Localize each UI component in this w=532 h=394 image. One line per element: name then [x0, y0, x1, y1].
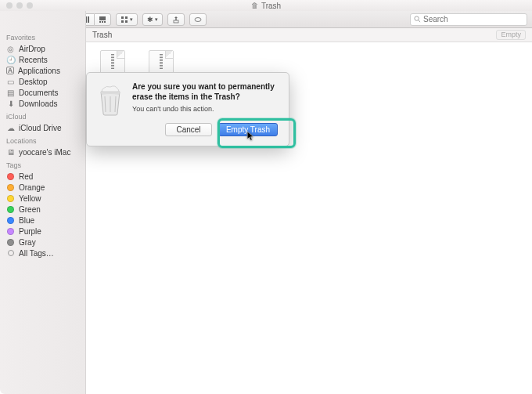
svg-rect-12	[102, 21, 103, 23]
sidebar-item-green[interactable]: Green	[0, 204, 85, 215]
sidebar-item-label: Downloads	[19, 99, 57, 108]
sidebar-item-downloads[interactable]: ⬇Downloads	[0, 98, 85, 109]
svg-point-20	[415, 16, 419, 20]
recents-icon: 🕘	[6, 56, 15, 64]
svg-rect-17	[125, 20, 128, 23]
tag-dot-icon	[7, 195, 14, 202]
window-titlebar: 🗑 Trash	[0, 0, 532, 11]
desktop-icon: ▭	[6, 78, 15, 86]
search-icon	[414, 16, 421, 23]
tag-dot-icon	[7, 206, 14, 213]
sidebar-section-title: Favorites	[0, 30, 85, 43]
sidebar-item-label: Documents	[19, 89, 59, 97]
sidebar-item-label: Desktop	[19, 78, 48, 86]
gear-icon: ✱	[147, 16, 153, 23]
svg-rect-13	[104, 21, 106, 23]
share-icon	[172, 16, 180, 23]
sidebar-item-label: Purple	[19, 227, 41, 236]
tag-dot-icon	[7, 173, 14, 180]
sidebar-item-label: Red	[19, 172, 33, 181]
sidebar-item-label: Yellow	[19, 194, 41, 203]
airdrop-icon: ◎	[6, 45, 15, 53]
tags-button[interactable]	[189, 13, 207, 26]
sidebar-item-yellow[interactable]: Yellow	[0, 193, 85, 204]
sidebar-item-icloud-drive[interactable]: ☁iCloud Drive	[0, 122, 85, 133]
sidebar-section-title: Tags	[0, 157, 85, 171]
sidebar-item-label: Orange	[19, 183, 45, 192]
tag-dot-icon	[7, 217, 14, 224]
documents-icon: ▤	[6, 89, 15, 97]
view-gallery-mode[interactable]	[94, 13, 111, 26]
empty-trash-button[interactable]: Empty Trash	[218, 123, 278, 136]
dialog-body-text: You can't undo this action.	[132, 105, 278, 113]
applications-icon: A	[6, 67, 14, 74]
sidebar-section-title: iCloud	[0, 109, 85, 122]
tag-dot-icon	[7, 228, 14, 235]
svg-rect-16	[121, 20, 124, 23]
sidebar-item-red[interactable]: Red	[0, 171, 85, 182]
svg-rect-14	[121, 16, 124, 19]
sidebar-item-yoocare-s-imac[interactable]: 🖥yoocare's iMac	[0, 146, 85, 157]
icloud-icon: ☁	[6, 124, 15, 132]
sidebar-item-label: iCloud Drive	[19, 124, 61, 132]
path-bar: Trash Empty	[86, 28, 532, 42]
svg-line-21	[419, 20, 421, 23]
sidebar-item-label: Applications	[18, 67, 60, 75]
sidebar-item-label: Gray	[19, 238, 36, 247]
svg-rect-15	[125, 16, 128, 19]
chevron-down-icon: ▾	[155, 16, 158, 23]
sidebar-item-gray[interactable]: Gray	[0, 237, 85, 248]
window-title: Trash	[261, 2, 281, 10]
svg-point-19	[195, 17, 201, 21]
chevron-down-icon: ▾	[130, 16, 133, 23]
action-menu[interactable]: ✱ ▾	[142, 13, 163, 26]
share-button[interactable]	[167, 13, 185, 26]
sidebar-item-label: Recents	[19, 56, 48, 64]
location-label: Trash	[92, 31, 112, 39]
dialog-heading: Are you sure you want to permanently era…	[132, 82, 278, 102]
sidebar-item-all-tags-[interactable]: All Tags…	[0, 248, 85, 258]
confirm-dialog: Are you sure you want to permanently era…	[86, 72, 289, 146]
tag-dot-icon	[7, 239, 14, 246]
sidebar-item-blue[interactable]: Blue	[0, 215, 85, 226]
sidebar-item-label: yoocare's iMac	[19, 148, 70, 157]
finder-sidebar: Favorites◎AirDrop🕘RecentsAApplications▭D…	[0, 11, 86, 394]
sidebar-item-label: Blue	[19, 216, 34, 225]
sidebar-item-label: AirDrop	[19, 45, 45, 53]
sidebar-item-label: All Tags…	[19, 249, 54, 258]
tag-icon	[194, 16, 202, 23]
sidebar-item-airdrop[interactable]: ◎AirDrop	[0, 43, 85, 54]
sidebar-item-orange[interactable]: Orange	[0, 182, 85, 193]
svg-rect-18	[174, 20, 178, 23]
sidebar-section-title: Locations	[0, 133, 85, 146]
sidebar-item-recents[interactable]: 🕘Recents	[0, 54, 85, 65]
svg-rect-11	[99, 21, 101, 23]
sidebar-item-desktop[interactable]: ▭Desktop	[0, 76, 85, 87]
trash-icon: 🗑	[251, 2, 258, 9]
search-field[interactable]	[410, 13, 527, 26]
trash-full-icon	[96, 82, 124, 114]
arrange-menu[interactable]: ▾	[116, 13, 138, 26]
tag-dot-icon	[7, 184, 14, 191]
downloads-icon: ⬇	[6, 99, 15, 108]
imac-icon: 🖥	[6, 148, 15, 157]
search-input[interactable]	[423, 15, 523, 23]
sidebar-item-purple[interactable]: Purple	[0, 226, 85, 237]
svg-rect-10	[99, 16, 106, 20]
sidebar-item-applications[interactable]: AApplications	[0, 65, 85, 76]
sidebar-item-label: Green	[19, 205, 41, 214]
svg-rect-9	[88, 16, 89, 23]
tag-dot-icon	[8, 250, 14, 256]
empty-trash-toolbar-button[interactable]: Empty	[496, 30, 526, 40]
cancel-button[interactable]: Cancel	[165, 123, 212, 136]
sidebar-item-documents[interactable]: ▤Documents	[0, 87, 85, 98]
